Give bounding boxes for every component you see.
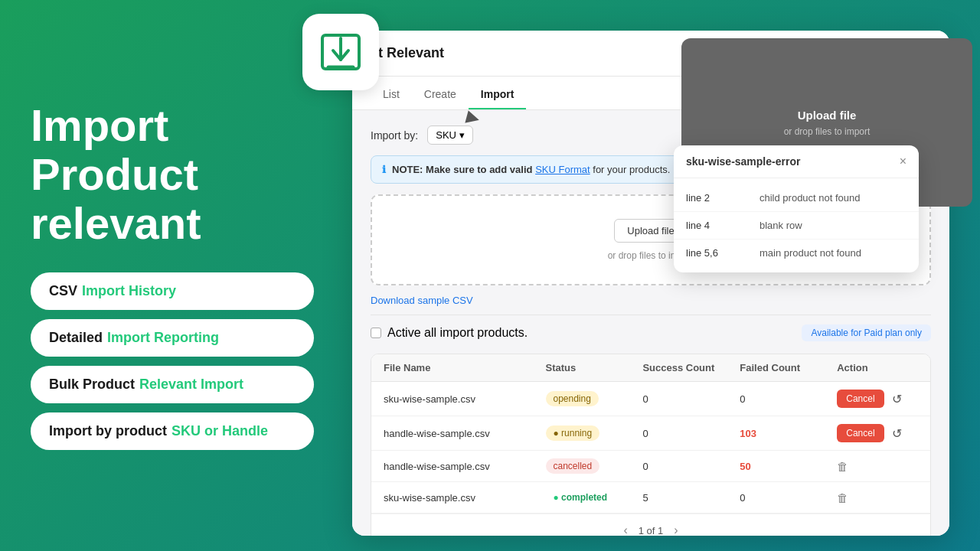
feature-importby: Import by product SKU or Handle (31, 412, 314, 450)
feature-csv-prefix: CSV (49, 283, 77, 299)
refresh-button-1[interactable]: ↺ (892, 392, 902, 406)
hero-title: ImportProductrelevant (31, 101, 314, 247)
cancel-button-2[interactable]: Cancel (837, 424, 884, 442)
feature-importby-prefix: Import by product (49, 423, 167, 439)
feature-detailed-suffix: Import Reporting (107, 330, 219, 346)
status-badge-pending: opending (546, 391, 599, 406)
table-row: handle-wise-sample.csv cancelled 0 50 🗑 (371, 451, 930, 482)
row4-file: sku-wise-sample.csv (384, 492, 546, 504)
active-checkbox[interactable] (371, 328, 381, 338)
active-label: Active all import products. (387, 326, 528, 340)
cancel-button-1[interactable]: Cancel (837, 390, 884, 408)
status-badge-cancelled: cancelled (546, 458, 600, 474)
table-row: sku-wise-sample.csv opending 0 0 Cancel … (371, 382, 930, 416)
row2-failed: 103 (740, 428, 837, 439)
delete-button-3[interactable]: 🗑 (837, 460, 848, 473)
error-modal-title: sku-wise-sample-error (686, 155, 800, 168)
download-icon (318, 29, 364, 75)
upload-modal-subtitle: or drop files to import (784, 126, 871, 137)
row4-status: completed (546, 490, 643, 505)
active-row: Active all import products. Available fo… (371, 315, 931, 350)
page-info: 1 of 1 (639, 525, 664, 536)
row1-failed: 0 (740, 393, 837, 405)
feature-bulk: Bulk Product Relevant Import (31, 366, 314, 403)
app-icon-container (302, 14, 379, 90)
import-by-label: Import by: (371, 129, 418, 142)
table-row: handle-wise-sample.csv ● running 0 103 C… (371, 416, 930, 451)
sku-select[interactable]: SKU ▾ (427, 126, 473, 145)
error-modal: sku-wise-sample-error × line 2 child pro… (674, 145, 919, 272)
row4-success: 5 (642, 492, 740, 504)
col-success: Success Count (642, 362, 740, 373)
feature-bulk-suffix: Relevant Import (139, 377, 243, 393)
running-dot: ● (554, 428, 562, 439)
chevron-icon: ▾ (459, 129, 465, 141)
feature-bulk-prefix: Bulk Product (49, 377, 135, 393)
col-failed: Failed Count (740, 362, 837, 373)
feature-csv-suffix: Import History (82, 283, 176, 299)
row4-failed: 0 (740, 492, 837, 504)
paid-badge: Available for Paid plan only (802, 324, 931, 341)
tab-create[interactable]: Create (412, 80, 469, 109)
table-row: sku-wise-sample.csv completed 5 0 🗑 (371, 482, 930, 514)
active-row-left: Active all import products. (371, 326, 528, 340)
row3-file: handle-wise-sample.csv (384, 461, 546, 472)
error-row-3: line 5,6 main product not found (674, 240, 919, 266)
row1-status: opending (546, 391, 643, 406)
next-page-button[interactable]: › (669, 522, 682, 536)
left-panel: ImportProductrelevant CSV Import History… (0, 0, 345, 551)
download-sample-link[interactable]: Download sample CSV (371, 295, 473, 306)
table-header: File Name Status Success Count Failed Co… (371, 354, 930, 382)
feature-detailed: Detailed Import Reporting (31, 319, 314, 357)
feature-detailed-prefix: Detailed (49, 330, 103, 346)
row1-actions: Cancel ↺ (837, 390, 918, 408)
status-badge-completed: completed (546, 490, 616, 505)
error-msg-1: child product not found (760, 192, 906, 204)
row2-status: ● running (546, 425, 643, 441)
table-section: File Name Status Success Count Failed Co… (371, 354, 931, 536)
pagination: ‹ 1 of 1 › (371, 514, 930, 536)
delete-button-4[interactable]: 🗑 (837, 491, 848, 504)
error-msg-2: blank row (760, 220, 906, 231)
error-line-1: line 2 (686, 192, 760, 204)
row3-actions: 🗑 (837, 460, 918, 473)
status-badge-running: ● running (546, 425, 600, 441)
error-modal-close-button[interactable]: × (900, 155, 906, 168)
feature-csv: CSV Import History (31, 272, 314, 310)
feature-importby-suffix: SKU or Handle (172, 423, 268, 439)
row1-success: 0 (642, 393, 740, 405)
refresh-button-2[interactable]: ↺ (892, 426, 902, 441)
tab-list[interactable]: List (371, 80, 412, 109)
row3-status: cancelled (546, 458, 643, 474)
sku-format-link[interactable]: SKU Format (535, 164, 590, 175)
error-row-1: line 2 child product not found (674, 184, 919, 212)
col-filename: File Name (384, 362, 546, 373)
row2-file: handle-wise-sample.csv (384, 428, 546, 439)
row3-success: 0 (642, 461, 740, 472)
col-action: Action (837, 362, 918, 373)
error-msg-3: main product not found (760, 247, 906, 259)
error-modal-header: sku-wise-sample-error × (674, 145, 919, 178)
row4-actions: 🗑 (837, 491, 918, 504)
window-title: ct Relevant (371, 45, 444, 61)
error-line-2: line 4 (686, 220, 760, 231)
tab-import[interactable]: Import (469, 80, 527, 109)
row1-file: sku-wise-sample.csv (384, 393, 546, 405)
row2-actions: Cancel ↺ (837, 424, 918, 442)
col-status: Status (546, 362, 643, 373)
import-table: File Name Status Success Count Failed Co… (371, 354, 931, 536)
error-modal-body: line 2 child product not found line 4 bl… (674, 178, 919, 272)
upload-modal-title: Upload file (798, 109, 857, 122)
feature-list: CSV Import History Detailed Import Repor… (31, 272, 314, 450)
info-icon: ℹ (382, 164, 386, 175)
error-line-3: line 5,6 (686, 247, 760, 259)
prev-page-button[interactable]: ‹ (619, 522, 632, 536)
error-row-2: line 4 blank row (674, 212, 919, 240)
row2-success: 0 (642, 428, 740, 439)
row3-failed: 50 (740, 461, 837, 472)
